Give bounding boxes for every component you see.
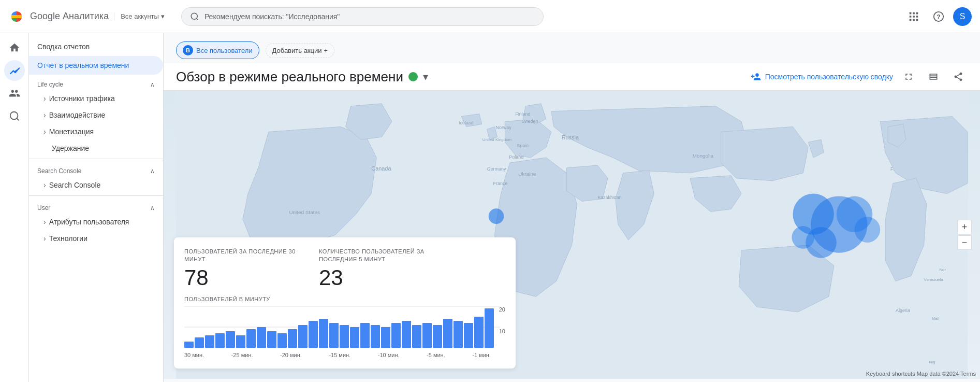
svg-rect-10 [910, 19, 912, 21]
customize-button[interactable] [924, 67, 943, 86]
svg-text:Finland: Finland [515, 111, 530, 117]
sidebar-item-user-attributes[interactable]: › Атрибуты пользователя [29, 214, 163, 230]
app-title: Google Аналитика [30, 11, 109, 22]
svg-line-16 [17, 118, 19, 120]
svg-rect-51 [184, 342, 194, 348]
search-console-section-label: Search Console [37, 167, 81, 175]
svg-text:Mali: Mali [932, 316, 940, 321]
x-label-30: 30 мин. [184, 352, 204, 358]
svg-rect-12 [916, 19, 918, 21]
zoom-in-button[interactable]: + [957, 220, 972, 234]
technology-label: Технологии [49, 234, 87, 243]
page-title: Обзор в режиме реального времени ▾ [176, 69, 428, 85]
sidebar-item-engagement[interactable]: › Взаимодействие [29, 107, 163, 123]
realtime-label: Отчет в реальном времени [37, 61, 129, 69]
svg-text:Nor: Nor [939, 267, 946, 272]
sidebar-item-realtime[interactable]: Отчет в реальном времени [29, 56, 163, 75]
sidebar-section-search-console[interactable]: Search Console ∧ [29, 161, 163, 177]
top-navigation: Google Аналитика Все аккунты ▾ Рекоменду… [0, 0, 980, 33]
sidebar-item-retention[interactable]: Удержание [29, 140, 163, 157]
chevron-down-icon: ▾ [161, 12, 165, 20]
users-per-min-label: ПОЛЬЗОВАТЕЛЕЙ В МИНУТУ [184, 296, 505, 302]
map-attribution: Keyboard shortcuts Map data ©2024 Terms [866, 371, 976, 377]
sidebar-item-monetization[interactable]: › Монетизация [29, 123, 163, 140]
zoom-out-button[interactable]: − [957, 235, 972, 250]
sidebar-item-traffic[interactable]: › Источники трафика [29, 90, 163, 107]
svg-text:Venezuela: Venezuela [924, 277, 944, 282]
stats-row: ПОЛЬЗОВАТЕЛЕЙ ЗА ПОСЛЕДНИЕ 30 МИНУТ 78 К… [184, 248, 505, 290]
title-chevron-down-icon: ▾ [423, 70, 428, 83]
all-users-segment[interactable]: В Все пользователи [176, 41, 259, 59]
segment-icon: В [183, 45, 193, 55]
svg-rect-55 [226, 331, 235, 348]
users-5min-label: КОЛИЧЕСТВО ПОЛЬЗОВАТЕЛЕЙ ЗА ПОСЛЕДНИЕ 5 … [319, 248, 433, 264]
x-label-25: -25 мин. [231, 352, 253, 358]
svg-rect-11 [913, 19, 915, 21]
svg-rect-66 [340, 325, 349, 348]
nav-search-console-button[interactable] [4, 106, 25, 126]
add-segment-button[interactable]: Добавить акции + [266, 43, 335, 58]
svg-text:United Kingdom: United Kingdom [482, 137, 512, 142]
person-add-icon [751, 72, 761, 82]
bubble-us-far-right [855, 217, 881, 243]
user-attributes-label: Атрибуты пользователя [49, 218, 129, 226]
fullscreen-button[interactable] [899, 67, 918, 86]
google-logo-icon [8, 8, 25, 25]
share-button[interactable] [949, 67, 968, 86]
divider-1 [29, 159, 163, 159]
search-bar[interactable]: Рекомендуем поискать: "Исследования" [181, 7, 544, 26]
svg-rect-79 [474, 317, 484, 348]
sidebar-section-user[interactable]: User ∧ [29, 198, 163, 214]
svg-rect-59 [267, 331, 276, 348]
svg-rect-7 [910, 16, 912, 18]
svg-rect-60 [277, 333, 287, 348]
bubble-europe [489, 208, 504, 224]
apps-button[interactable] [903, 6, 924, 27]
svg-text:Germany: Germany [487, 166, 506, 172]
customize-icon [928, 72, 939, 82]
page-title-text: Обзор в режиме реального времени [176, 69, 403, 85]
svg-rect-53 [205, 335, 214, 348]
user-summary-button[interactable]: Посмотреть пользовательскую сводку [751, 72, 893, 82]
sidebar-item-technology[interactable]: › Технологии [29, 230, 163, 247]
svg-rect-1 [11, 15, 22, 18]
svg-rect-71 [391, 323, 401, 348]
summary-label: Сводка отчетов [37, 43, 90, 51]
svg-rect-8 [913, 16, 915, 18]
avatar[interactable]: S [953, 7, 972, 26]
nav-audience-button[interactable] [4, 83, 25, 104]
sidebar-item-search-console[interactable]: › Search Console [29, 177, 163, 193]
svg-text:Kazakhstan: Kazakhstan [597, 195, 622, 200]
chart-x-axis: 30 мин. -25 мин. -20 мин. -15 мин. -10 м… [184, 352, 491, 358]
nav-home-button[interactable] [4, 37, 25, 58]
chevron-right-icon: › [43, 94, 46, 103]
x-label-15: -15 мин. [329, 352, 350, 358]
users-30min-block: ПОЛЬЗОВАТЕЛЕЙ ЗА ПОСЛЕДНИЕ 30 МИНУТ 78 [184, 248, 298, 290]
y-label-10: 10 [493, 328, 505, 334]
help-button[interactable]: ? [928, 6, 949, 27]
svg-line-3 [196, 18, 198, 20]
share-icon [953, 72, 963, 82]
chevron-right-icon: › [43, 111, 46, 119]
add-segment-label: Добавить акции [272, 47, 322, 54]
y-label-20: 20 [493, 306, 505, 313]
icon-navigation [0, 33, 29, 382]
sidebar-section-lifecycle[interactable]: Life cycle ∧ [29, 75, 163, 90]
svg-text:Spain: Spain [517, 143, 529, 148]
svg-rect-57 [246, 329, 256, 348]
sidebar: Сводка отчетов Отчет в реальном времени … [29, 33, 164, 382]
chevron-right-icon: › [43, 218, 46, 226]
account-label: Все аккунты [121, 12, 159, 20]
chart-container: 20 10 30 мин. -25 мин. -20 мин. -15 мин. [184, 306, 505, 358]
svg-rect-62 [298, 325, 308, 348]
svg-rect-75 [433, 325, 442, 348]
account-selector[interactable]: Все аккунты ▾ [114, 12, 171, 20]
svg-rect-70 [381, 327, 390, 348]
svg-rect-68 [360, 323, 370, 348]
svg-rect-72 [402, 321, 411, 348]
sidebar-item-summary[interactable]: Сводка отчетов [29, 37, 163, 56]
user-section-label: User [37, 204, 50, 211]
nav-realtime-button[interactable] [4, 60, 25, 81]
plus-icon: + [324, 47, 328, 54]
users-5min-value: 23 [319, 266, 433, 290]
